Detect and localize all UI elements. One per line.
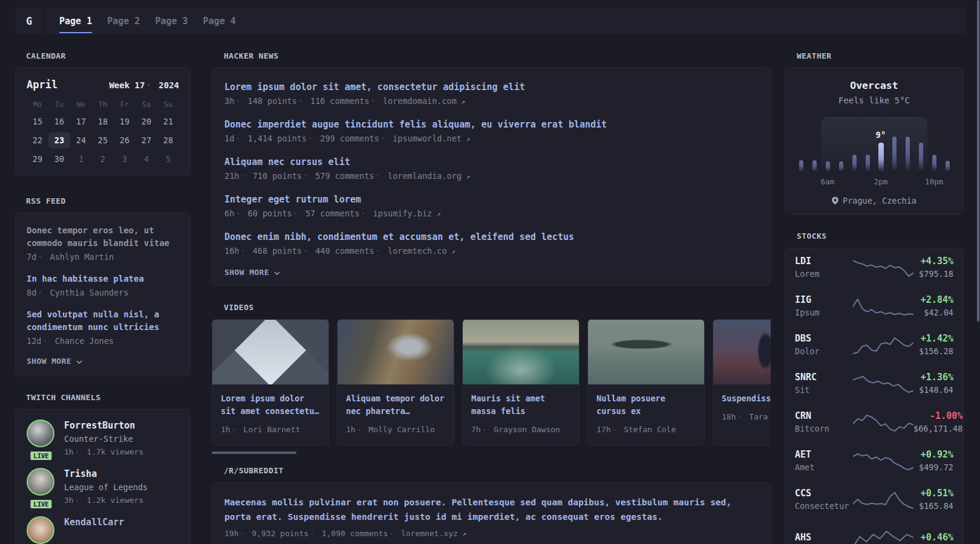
nav-tab[interactable]: Page 4: [203, 7, 236, 34]
hn-item-title[interactable]: Aliquam nec cursus elit: [224, 157, 350, 167]
video-meta: 1hLori Barnett: [221, 423, 320, 436]
stock-price: $148.64: [919, 385, 953, 395]
twitch-channel-name: ForrestBurton: [64, 419, 143, 432]
hn-item-title[interactable]: Donec imperdiet augue tincidunt felis al…: [224, 119, 607, 130]
stock-row[interactable]: AET Amet +0.92% $499.72: [795, 441, 953, 480]
rss-item-title[interactable]: Donec tempor eros leo, ut commodo mauris…: [27, 224, 179, 250]
stock-row[interactable]: LDI Lorem +4.35% $795.18: [795, 248, 953, 287]
stock-row[interactable]: AHS +0.46%: [795, 519, 953, 544]
hn-item-points: 710 points: [239, 171, 302, 181]
hn-item-domain-link[interactable]: loremdomain.com: [370, 96, 466, 106]
hn-show-more-button[interactable]: SHOW MORE: [224, 268, 758, 277]
stock-symbol: CCS: [795, 488, 853, 499]
video-thumbnail: [463, 320, 579, 384]
stock-row[interactable]: CCS Consectetur +0.51% $165.84: [795, 480, 953, 519]
calendar-day: 21: [157, 114, 179, 129]
weather-hour-bar: [906, 137, 910, 172]
chevron-down-icon: [76, 360, 83, 364]
video-card[interactable]: Nullam posuere cursus ex 17hStefan Cole: [587, 319, 705, 445]
reddit-post-comments[interactable]: 1,090 comments: [309, 529, 388, 538]
stock-price: $165.84: [919, 501, 953, 511]
video-meta: 7hGrayson Dawson: [471, 423, 570, 436]
video-thumbnail: [713, 320, 771, 384]
hn-item-title[interactable]: Donec enim nibh, condimentum et accumsan…: [224, 232, 574, 242]
hn-item-domain-link[interactable]: loremtech.co: [374, 246, 456, 256]
hn-item-meta: 16h468 points440 commentsloremtech.co: [224, 245, 758, 258]
video-card[interactable]: Aliquam tempor dolor nec pharetra… 1hMol…: [337, 319, 454, 445]
rss-item: Donec tempor eros leo, ut commodo mauris…: [27, 224, 179, 264]
twitch-avatar-wrap: LIVE: [27, 468, 56, 506]
hn-item-meta: 3h148 points116 commentsloremdomain.com: [224, 95, 758, 108]
hn-item-points: 148 points: [234, 96, 297, 106]
hn-item-age: 1d: [224, 134, 234, 143]
hn-item-domain-link[interactable]: ipsumworld.net: [379, 134, 471, 143]
rss-item-title[interactable]: In hac habitasse platea: [27, 273, 179, 285]
calendar-day: 4: [136, 151, 157, 167]
rss-item: In hac habitasse platea 8dCynthia Saunde…: [27, 273, 179, 299]
stock-symbol: CRN: [795, 410, 853, 421]
section-header-twitch: TWITCH CHANNELS: [26, 393, 191, 402]
hn-item-domain-link[interactable]: ipsumify.biz: [359, 209, 440, 218]
hn-item-comments[interactable]: 299 comments: [307, 134, 379, 143]
weather-location[interactable]: Prague, Czechia: [785, 196, 963, 206]
calendar-day: 29: [27, 151, 48, 167]
nav-tab[interactable]: Page 2: [107, 7, 140, 34]
hn-item-domain-link[interactable]: loremlandia.org: [374, 171, 471, 181]
stock-row[interactable]: CRN Bitcorn -1.00% $66,171.48: [795, 403, 953, 441]
nav-tab[interactable]: Page 3: [155, 7, 188, 34]
hn-item-title[interactable]: Integer eget rutrum lorem: [224, 194, 361, 205]
hn-item-comments[interactable]: 116 comments: [297, 96, 370, 106]
hn-item-comments[interactable]: 579 comments: [302, 171, 374, 181]
stock-symbol: DBS: [795, 333, 853, 344]
stock-change: +0.51%: [919, 488, 953, 499]
video-card[interactable]: Suspendisse diam 18hTara: [713, 319, 771, 445]
reddit-post-domain-link[interactable]: loremnet.xyz: [388, 529, 466, 538]
page-scrollbar[interactable]: [977, 0, 979, 322]
calendar-week: Week 17: [109, 79, 145, 92]
rss-item-meta: 8dCynthia Saunders: [27, 287, 179, 299]
top-nav: G Page 1 Page 2 Page 3 Page 4: [15, 7, 965, 34]
nav-tabs: Page 1 Page 2 Page 3 Page 4: [44, 7, 965, 34]
stock-row[interactable]: IIG Ipsum +2.84% $42.04: [795, 287, 953, 325]
twitch-channel-row[interactable]: KendallCarr: [27, 516, 179, 544]
stock-values: +4.35% $795.18: [919, 256, 953, 279]
twitch-channels-widget: LIVE ForrestBurton Counter-Strike 1h1.7k…: [15, 409, 191, 544]
stock-row[interactable]: SNRC Sit +1.36% $148.64: [795, 364, 953, 403]
hn-item: Donec imperdiet augue tincidunt felis al…: [224, 118, 758, 146]
hn-item-comments[interactable]: 440 comments: [302, 246, 374, 256]
twitch-channel-row[interactable]: LIVE ForrestBurton Counter-Strike 1h1.7k…: [27, 419, 179, 458]
twitch-channel-info: ForrestBurton Counter-Strike 1h1.7k view…: [64, 419, 143, 458]
stock-price: $42.04: [921, 308, 953, 318]
stock-name: Ipsum: [795, 308, 853, 318]
twitch-channel-category: Counter-Strike: [64, 433, 143, 445]
twitch-avatar-wrap: [27, 516, 56, 544]
nav-tab[interactable]: Page 1: [59, 7, 92, 34]
video-card[interactable]: Lorem ipsum dolor sit amet consectetu… 1…: [212, 319, 329, 445]
calendar-day: 22: [27, 132, 48, 148]
app-logo[interactable]: G: [15, 7, 43, 34]
reddit-post-title[interactable]: Maecenas mollis pulvinar erat non posuer…: [224, 497, 731, 522]
rss-item-title[interactable]: Sed volutpat nulla nisl, a condimentum n…: [27, 308, 179, 334]
calendar-day: 17: [70, 114, 92, 129]
video-author: Grayson Dawson: [481, 425, 560, 434]
carousel-scrollbar[interactable]: [212, 452, 296, 454]
weather-hour-slot: [927, 116, 941, 172]
hn-item-title[interactable]: Lorem ipsum dolor sit amet, consectetur …: [224, 82, 525, 92]
stock-name: Amet: [795, 462, 853, 473]
twitch-viewers: 1.7k viewers: [74, 447, 144, 456]
video-card[interactable]: Mauris sit amet massa felis 7hGrayson Da…: [462, 319, 580, 445]
twitch-channel-meta: 3h1.2k viewers: [64, 494, 148, 506]
stock-change: +4.35%: [919, 256, 953, 267]
stock-sparkline: [853, 490, 913, 510]
stock-row[interactable]: DBS Dolor +1.42% $156.28: [795, 325, 953, 364]
weather-hour-bar: [919, 143, 923, 172]
stock-symbol-block: SNRC Sit: [795, 372, 853, 395]
twitch-channel-row[interactable]: LIVE Trisha League of Legends 3h1.2k vie…: [27, 468, 179, 506]
stock-change: +0.46%: [921, 532, 953, 543]
section-header-subreddit: /R/SUBREDDIT: [224, 466, 771, 475]
video-thumbnail: [212, 320, 328, 384]
video-title: Lorem ipsum dolor sit amet consectetu…: [221, 392, 320, 418]
rss-show-more-button[interactable]: SHOW MORE: [27, 357, 179, 366]
weather-hour-slot: 9°: [874, 116, 887, 172]
hn-item-comments[interactable]: 57 comments: [292, 209, 360, 218]
